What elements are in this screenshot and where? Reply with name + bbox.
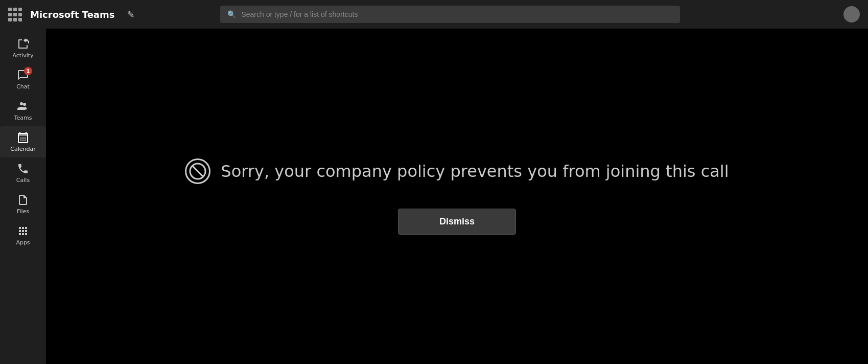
app-title: Microsoft Teams <box>30 9 115 20</box>
sidebar-item-apps-label: Apps <box>16 239 30 246</box>
apps-grid-icon[interactable] <box>8 8 22 21</box>
sidebar-item-chat[interactable]: 1 Chat <box>0 64 46 95</box>
chat-badge: 1 <box>24 67 32 75</box>
error-message-container: Sorry, your company policy prevents you … <box>185 158 729 184</box>
sidebar-item-activity[interactable]: Activity <box>0 33 46 64</box>
svg-point-0 <box>20 102 23 105</box>
main-layout: Activity 1 Chat Teams Calendar <box>0 29 868 364</box>
sidebar-item-calendar-label: Calendar <box>10 146 35 152</box>
avatar[interactable] <box>843 6 860 22</box>
calls-icon <box>17 163 29 175</box>
search-bar[interactable]: 🔍 <box>220 6 680 23</box>
titlebar: Microsoft Teams ✎ 🔍 <box>0 0 868 29</box>
sidebar-item-files-label: Files <box>17 208 29 215</box>
files-icon <box>17 194 29 206</box>
sidebar-item-teams[interactable]: Teams <box>0 95 46 126</box>
sidebar-item-calls[interactable]: Calls <box>0 157 46 189</box>
compose-button[interactable]: ✎ <box>127 9 135 20</box>
sidebar-item-activity-label: Activity <box>12 52 33 59</box>
sidebar-item-teams-label: Teams <box>14 115 32 121</box>
sidebar-item-calls-label: Calls <box>16 177 30 184</box>
sidebar: Activity 1 Chat Teams Calendar <box>0 29 46 364</box>
search-icon: 🔍 <box>227 10 236 18</box>
calendar-icon <box>17 131 29 144</box>
blocked-icon <box>185 158 210 184</box>
chat-icon: 1 <box>17 69 29 81</box>
apps-icon <box>17 225 29 237</box>
main-content: Sorry, your company policy prevents you … <box>46 29 868 364</box>
sidebar-item-apps[interactable]: Apps <box>0 220 46 251</box>
search-input[interactable] <box>241 10 673 18</box>
sidebar-item-files[interactable]: Files <box>0 189 46 220</box>
teams-icon <box>17 100 29 112</box>
dismiss-button[interactable]: Dismiss <box>398 209 516 235</box>
svg-line-2 <box>193 166 203 176</box>
activity-icon <box>17 38 29 50</box>
sidebar-item-chat-label: Chat <box>16 83 30 90</box>
sidebar-item-calendar[interactable]: Calendar <box>0 126 46 157</box>
error-text: Sorry, your company policy prevents you … <box>221 162 729 181</box>
